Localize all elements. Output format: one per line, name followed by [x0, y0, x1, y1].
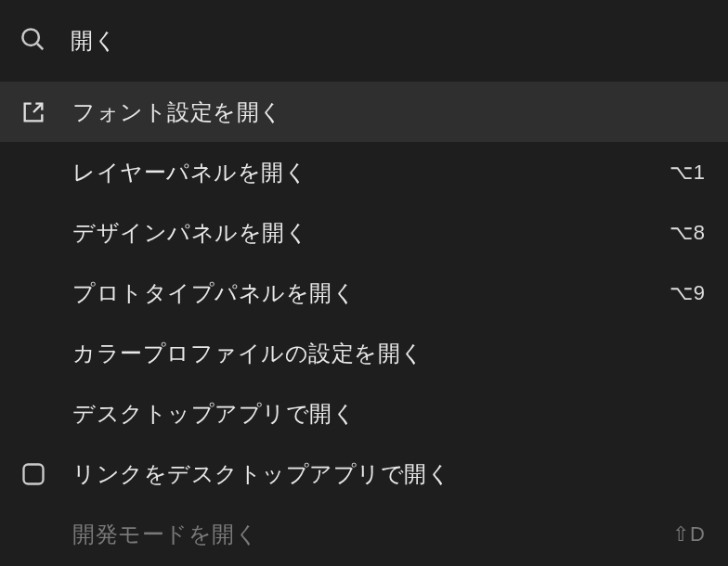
menu-item-shortcut: ⌥8 — [670, 221, 706, 245]
menu-item-links-desktop[interactable]: リンクをデスクトップアプリで開く — [0, 444, 728, 504]
search-row — [0, 0, 728, 82]
search-input[interactable] — [71, 28, 709, 54]
svg-line-2 — [33, 103, 42, 111]
menu-item-label: デスクトップアプリで開く — [72, 399, 682, 429]
svg-point-0 — [22, 29, 39, 45]
menu-item-font-settings[interactable]: フォント設定を開く — [0, 82, 728, 142]
menu-item-label: プロトタイプパネルを開く — [72, 278, 645, 308]
icon-spacer — [19, 520, 48, 549]
external-link-icon — [19, 97, 48, 127]
menu-item-open-desktop[interactable]: デスクトップアプリで開く — [0, 383, 728, 444]
menu-item-prototype-panel[interactable]: プロトタイプパネルを開く ⌥9 — [0, 263, 728, 323]
menu-item-shortcut: ⌥9 — [670, 281, 706, 305]
menu-item-dev-mode[interactable]: 開発モードを開く ⇧D — [0, 504, 728, 564]
menu-item-label: フォント設定を開く — [72, 97, 682, 127]
search-icon — [19, 25, 46, 57]
icon-spacer — [19, 399, 48, 429]
checkbox-icon — [19, 459, 48, 489]
icon-spacer — [19, 339, 48, 368]
menu-item-label: レイヤーパネルを開く — [72, 158, 645, 187]
svg-line-1 — [37, 44, 43, 49]
menu-item-layers-panel[interactable]: レイヤーパネルを開く ⌥1 — [0, 142, 728, 202]
menu-item-label: 開発モードを開く — [72, 520, 648, 549]
menu-item-label: デザインパネルを開く — [72, 218, 645, 248]
menu-item-color-profile[interactable]: カラープロファイルの設定を開く — [0, 323, 728, 383]
menu-item-shortcut: ⇧D — [672, 522, 706, 547]
menu-item-label: カラープロファイルの設定を開く — [72, 339, 682, 368]
menu-list: フォント設定を開く レイヤーパネルを開く ⌥1 デザインパネルを開く ⌥8 プロ… — [0, 82, 728, 564]
menu-item-shortcut: ⌥1 — [670, 161, 706, 185]
icon-spacer — [19, 278, 48, 308]
icon-spacer — [19, 158, 48, 187]
icon-spacer — [19, 218, 48, 248]
menu-item-label: リンクをデスクトップアプリで開く — [72, 459, 682, 489]
svg-rect-3 — [24, 464, 44, 483]
menu-item-design-panel[interactable]: デザインパネルを開く ⌥8 — [0, 202, 728, 263]
